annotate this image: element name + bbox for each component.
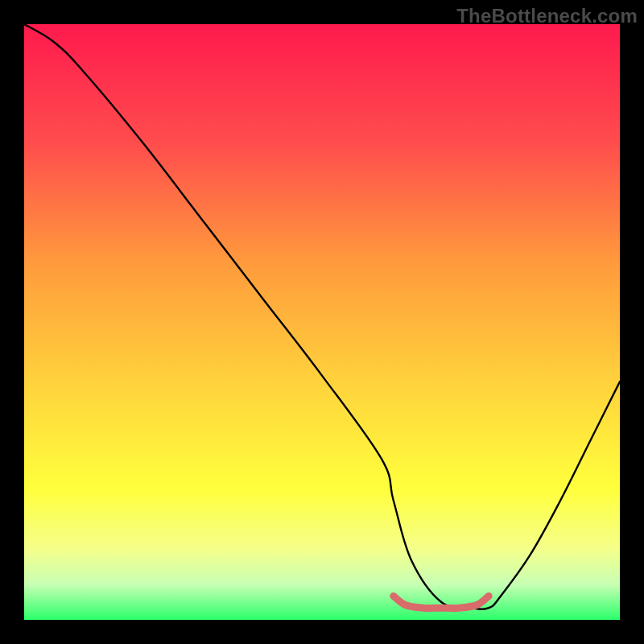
chart-frame <box>24 24 620 620</box>
gradient-background <box>24 24 620 620</box>
bottleneck-chart <box>24 24 620 620</box>
watermark-text: TheBottleneck.com <box>456 5 638 27</box>
